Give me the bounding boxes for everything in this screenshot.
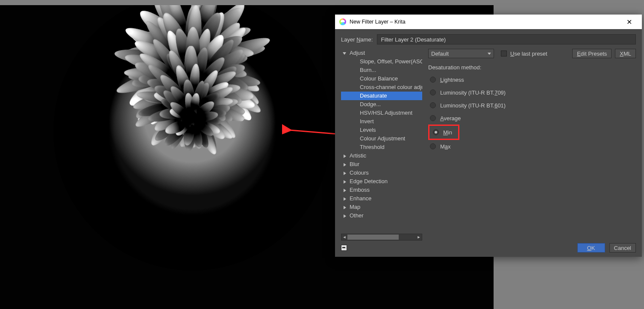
tree-item-threshold[interactable]: Threshold (341, 143, 422, 152)
tree-category-emboss[interactable]: Emboss (341, 186, 422, 194)
preview-toggle[interactable] (341, 243, 422, 253)
radio-label: Min (443, 129, 452, 136)
radio-icon (430, 143, 436, 149)
radio-label: Luminosity (ITU-R BT.601) (440, 102, 506, 109)
xml-button[interactable]: XML (615, 49, 636, 58)
close-button[interactable]: ✕ (620, 16, 638, 28)
dialog-title: New Filter Layer – Krita (350, 19, 620, 25)
scroll-thumb[interactable] (347, 235, 399, 240)
new-filter-layer-dialog: New Filter Layer – Krita ✕ Layer Name: A… (335, 15, 642, 257)
tree-item-burn[interactable]: Burn... (341, 66, 422, 74)
tree-category-blur[interactable]: Blur (341, 160, 422, 169)
krita-app-icon (339, 18, 346, 25)
layer-name-label: Layer Name: (341, 36, 373, 43)
tree-item-colour-adjustment[interactable]: Colour Adjustment (341, 134, 422, 143)
use-last-preset-label[interactable]: Use last preset (510, 51, 547, 57)
filter-tree[interactable]: Adjust Slope, Offset, Power(ASC-CDL) Bur… (341, 49, 422, 233)
titlebar[interactable]: New Filter Layer – Krita ✕ (335, 15, 642, 29)
radio-icon (430, 89, 436, 95)
radio-icon (430, 77, 436, 83)
edit-presets-button[interactable]: Edit Presets (572, 49, 612, 58)
tree-category-map[interactable]: Map (341, 203, 422, 211)
scroll-right-icon[interactable]: ► (416, 235, 421, 240)
radio-luminosity-709[interactable]: Luminosity (ITU-R BT.709) (428, 87, 636, 98)
radio-label: Lightness (440, 77, 464, 83)
tree-category-edge[interactable]: Edge Detection (341, 177, 422, 186)
preset-dropdown-value: Default (431, 51, 449, 57)
tree-category-adjust[interactable]: Adjust (341, 49, 422, 57)
tree-item-levels[interactable]: Levels (341, 126, 422, 134)
radio-label: Average (440, 115, 461, 122)
tree-item-invert[interactable]: Invert (341, 117, 422, 126)
tree-category-colours[interactable]: Colours (341, 169, 422, 177)
chevron-down-icon (488, 53, 491, 55)
radio-icon (433, 129, 439, 135)
flower-image (53, 5, 331, 270)
ok-button[interactable]: OK (577, 243, 605, 253)
tree-category-other[interactable]: Other (341, 211, 422, 220)
use-last-preset-checkbox[interactable] (501, 51, 507, 56)
preview-checkbox-icon (341, 245, 347, 251)
tree-item-colour-balance[interactable]: Colour Balance (341, 74, 422, 83)
radio-luminosity-601[interactable]: Luminosity (ITU-R BT.601) (428, 100, 636, 111)
cancel-button[interactable]: Cancel (609, 243, 636, 253)
tree-item-cross-channel[interactable]: Cross-channel colour adjustment (341, 83, 422, 92)
radio-lightness[interactable]: Lightness (428, 74, 636, 85)
layer-name-input[interactable] (377, 34, 636, 45)
scroll-left-icon[interactable]: ◄ (342, 235, 347, 240)
radio-label: Max (440, 143, 451, 150)
tree-item-slope[interactable]: Slope, Offset, Power(ASC-CDL) (341, 57, 422, 66)
radio-min[interactable]: Min (431, 127, 454, 138)
radio-label: Luminosity (ITU-R BT.709) (440, 89, 506, 96)
tree-item-hsv[interactable]: HSV/HSL Adjustment (341, 109, 422, 117)
tree-category-artistic[interactable]: Artistic (341, 152, 422, 160)
radio-icon (430, 115, 436, 121)
tree-h-scrollbar[interactable]: ◄ ► (341, 234, 422, 241)
tree-item-dodge[interactable]: Dodge... (341, 100, 422, 109)
tree-item-desaturate[interactable]: Desaturate (341, 92, 422, 100)
radio-icon (430, 102, 436, 108)
preset-dropdown[interactable]: Default (428, 49, 494, 58)
tree-category-enhance[interactable]: Enhance (341, 194, 422, 203)
min-highlight-annotation: Min (428, 125, 459, 140)
radio-max[interactable]: Max (428, 141, 636, 152)
desaturation-method-label: Desaturation method: (428, 64, 636, 71)
radio-average[interactable]: Average (428, 113, 636, 124)
